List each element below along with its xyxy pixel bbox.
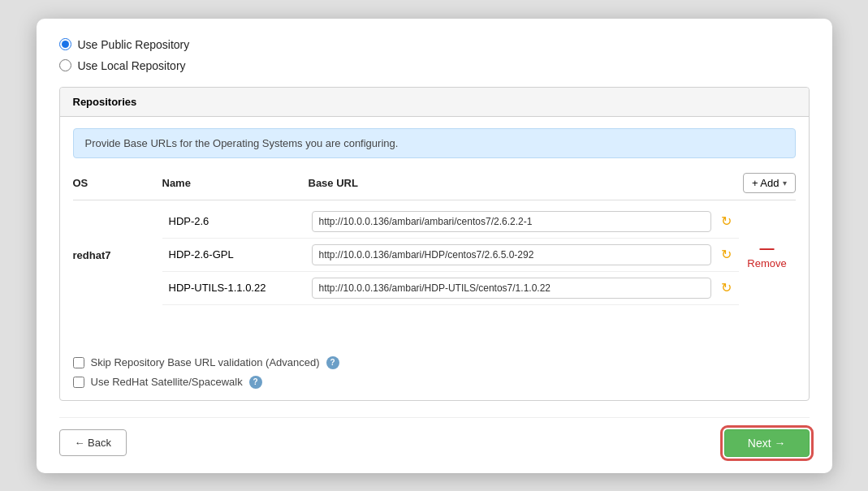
refresh-btn-hdp26[interactable]: ↻ (718, 213, 735, 229)
remove-icon: — (759, 241, 774, 256)
skip-validation-checkbox[interactable] (73, 357, 84, 368)
dialog-footer: ← Back Next → (59, 417, 810, 457)
use-redhat-checkbox[interactable] (73, 377, 84, 388)
add-dropdown-arrow: ▾ (783, 179, 787, 187)
add-button-label: + Add (752, 177, 779, 189)
skip-validation-help-icon[interactable]: ? (326, 356, 339, 369)
remove-button-redhat7[interactable]: — Remove (747, 241, 786, 269)
repo-name-hdp26: HDP-2.6 (162, 205, 309, 239)
remove-cell-redhat7: — Remove (739, 205, 796, 305)
repo-name-hdp26gpl: HDP-2.6-GPL (162, 239, 309, 272)
refresh-btn-hdp26gpl[interactable]: ↻ (718, 247, 735, 262)
col-os: OS (73, 177, 162, 189)
col-baseurl: Base URL (309, 177, 690, 189)
repositories-section-title: Repositories (60, 88, 809, 117)
os-group-redhat7: redhat7 HDP-2.6 ↻ (73, 205, 796, 305)
table-header: OS Name Base URL + Add ▾ (73, 173, 796, 200)
repositories-section: Repositories Provide Base URLs for the O… (59, 87, 810, 401)
url-input-hdputils[interactable] (312, 278, 711, 299)
remove-label: Remove (747, 257, 786, 269)
repository-type-group: Use Public Repository Use Local Reposito… (59, 38, 810, 72)
use-redhat-help-icon[interactable]: ? (249, 376, 262, 389)
repositories-body: Provide Base URLs for the Operating Syst… (60, 117, 809, 400)
repos-table: OS Name Base URL + Add ▾ redhat (73, 173, 796, 342)
checkboxes-area: Skip Repository Base URL validation (Adv… (73, 356, 796, 389)
add-button-area: + Add ▾ (739, 173, 796, 193)
use-public-repo-label: Use Public Repository (78, 38, 190, 51)
add-repo-button[interactable]: + Add ▾ (743, 173, 796, 193)
col-name: Name (162, 177, 309, 189)
os-label-redhat7: redhat7 (73, 205, 162, 305)
use-local-repo-radio[interactable] (59, 59, 71, 71)
url-input-hdp26gpl[interactable] (312, 244, 711, 265)
use-local-repo-label: Use Local Repository (78, 59, 186, 72)
url-input-hdp26[interactable] (312, 211, 711, 232)
skip-validation-label: Skip Repository Base URL validation (Adv… (91, 356, 320, 368)
use-public-repo-radio[interactable] (59, 38, 71, 50)
next-button[interactable]: Next → (724, 429, 810, 457)
back-button[interactable]: ← Back (59, 429, 127, 456)
repo-name-hdputils: HDP-UTILS-1.1.0.22 (162, 272, 309, 305)
use-redhat-row[interactable]: Use RedHat Satellite/Spacewalk ? (73, 376, 796, 389)
skip-validation-row[interactable]: Skip Repository Base URL validation (Adv… (73, 356, 796, 369)
use-redhat-label: Use RedHat Satellite/Spacewalk (91, 376, 243, 388)
info-banner: Provide Base URLs for the Operating Syst… (73, 128, 796, 158)
use-public-repo-option[interactable]: Use Public Repository (59, 38, 810, 51)
refresh-btn-hdputils[interactable]: ↻ (718, 280, 735, 295)
main-dialog: Use Public Repository Use Local Reposito… (37, 19, 832, 473)
use-local-repo-option[interactable]: Use Local Repository (59, 59, 810, 72)
